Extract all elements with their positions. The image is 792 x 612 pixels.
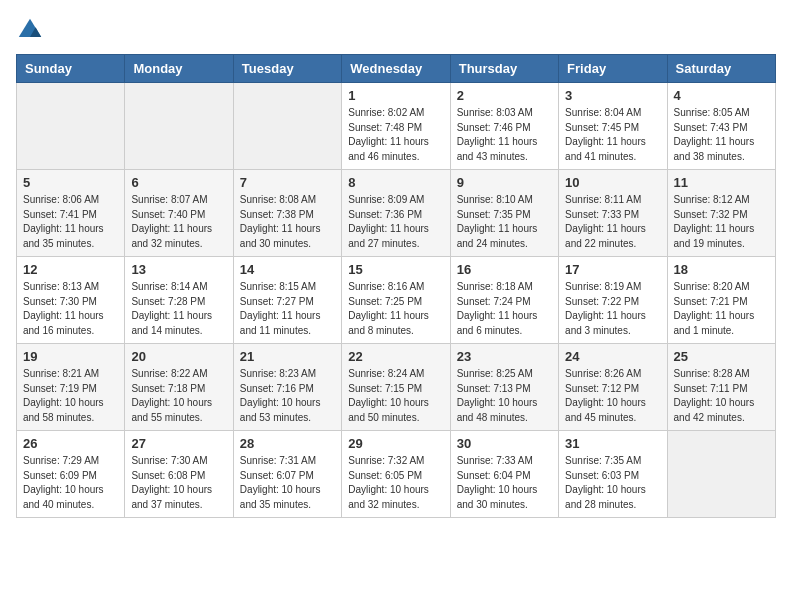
cell-content: Sunrise: 8:13 AM Sunset: 7:30 PM Dayligh…	[23, 280, 118, 338]
day-number: 23	[457, 349, 552, 364]
cell-content: Sunrise: 8:21 AM Sunset: 7:19 PM Dayligh…	[23, 367, 118, 425]
calendar-cell: 16Sunrise: 8:18 AM Sunset: 7:24 PM Dayli…	[450, 257, 558, 344]
day-number: 6	[131, 175, 226, 190]
calendar-cell: 18Sunrise: 8:20 AM Sunset: 7:21 PM Dayli…	[667, 257, 775, 344]
calendar-week-row: 19Sunrise: 8:21 AM Sunset: 7:19 PM Dayli…	[17, 344, 776, 431]
weekday-row: SundayMondayTuesdayWednesdayThursdayFrid…	[17, 55, 776, 83]
weekday-header: Monday	[125, 55, 233, 83]
day-number: 14	[240, 262, 335, 277]
calendar-week-row: 12Sunrise: 8:13 AM Sunset: 7:30 PM Dayli…	[17, 257, 776, 344]
calendar-cell: 7Sunrise: 8:08 AM Sunset: 7:38 PM Daylig…	[233, 170, 341, 257]
calendar-table: SundayMondayTuesdayWednesdayThursdayFrid…	[16, 54, 776, 518]
day-number: 8	[348, 175, 443, 190]
cell-content: Sunrise: 8:07 AM Sunset: 7:40 PM Dayligh…	[131, 193, 226, 251]
day-number: 29	[348, 436, 443, 451]
weekday-header: Thursday	[450, 55, 558, 83]
day-number: 19	[23, 349, 118, 364]
calendar-cell	[233, 83, 341, 170]
logo-icon	[16, 16, 44, 44]
cell-content: Sunrise: 8:14 AM Sunset: 7:28 PM Dayligh…	[131, 280, 226, 338]
logo	[16, 16, 48, 44]
day-number: 16	[457, 262, 552, 277]
cell-content: Sunrise: 8:10 AM Sunset: 7:35 PM Dayligh…	[457, 193, 552, 251]
cell-content: Sunrise: 8:15 AM Sunset: 7:27 PM Dayligh…	[240, 280, 335, 338]
cell-content: Sunrise: 8:28 AM Sunset: 7:11 PM Dayligh…	[674, 367, 769, 425]
day-number: 22	[348, 349, 443, 364]
calendar-cell: 31Sunrise: 7:35 AM Sunset: 6:03 PM Dayli…	[559, 431, 667, 518]
calendar-header: SundayMondayTuesdayWednesdayThursdayFrid…	[17, 55, 776, 83]
calendar-week-row: 26Sunrise: 7:29 AM Sunset: 6:09 PM Dayli…	[17, 431, 776, 518]
cell-content: Sunrise: 7:35 AM Sunset: 6:03 PM Dayligh…	[565, 454, 660, 512]
calendar-cell: 21Sunrise: 8:23 AM Sunset: 7:16 PM Dayli…	[233, 344, 341, 431]
calendar-week-row: 5Sunrise: 8:06 AM Sunset: 7:41 PM Daylig…	[17, 170, 776, 257]
cell-content: Sunrise: 8:24 AM Sunset: 7:15 PM Dayligh…	[348, 367, 443, 425]
cell-content: Sunrise: 8:26 AM Sunset: 7:12 PM Dayligh…	[565, 367, 660, 425]
day-number: 25	[674, 349, 769, 364]
weekday-header: Wednesday	[342, 55, 450, 83]
calendar-cell: 5Sunrise: 8:06 AM Sunset: 7:41 PM Daylig…	[17, 170, 125, 257]
cell-content: Sunrise: 8:22 AM Sunset: 7:18 PM Dayligh…	[131, 367, 226, 425]
calendar-cell: 9Sunrise: 8:10 AM Sunset: 7:35 PM Daylig…	[450, 170, 558, 257]
calendar-cell: 22Sunrise: 8:24 AM Sunset: 7:15 PM Dayli…	[342, 344, 450, 431]
calendar-cell	[17, 83, 125, 170]
calendar-cell: 28Sunrise: 7:31 AM Sunset: 6:07 PM Dayli…	[233, 431, 341, 518]
weekday-header: Sunday	[17, 55, 125, 83]
cell-content: Sunrise: 8:16 AM Sunset: 7:25 PM Dayligh…	[348, 280, 443, 338]
day-number: 15	[348, 262, 443, 277]
day-number: 13	[131, 262, 226, 277]
day-number: 11	[674, 175, 769, 190]
calendar-cell: 20Sunrise: 8:22 AM Sunset: 7:18 PM Dayli…	[125, 344, 233, 431]
cell-content: Sunrise: 8:02 AM Sunset: 7:48 PM Dayligh…	[348, 106, 443, 164]
calendar-cell: 27Sunrise: 7:30 AM Sunset: 6:08 PM Dayli…	[125, 431, 233, 518]
cell-content: Sunrise: 8:08 AM Sunset: 7:38 PM Dayligh…	[240, 193, 335, 251]
day-number: 10	[565, 175, 660, 190]
weekday-header: Tuesday	[233, 55, 341, 83]
weekday-header: Saturday	[667, 55, 775, 83]
calendar-cell: 12Sunrise: 8:13 AM Sunset: 7:30 PM Dayli…	[17, 257, 125, 344]
calendar-cell: 25Sunrise: 8:28 AM Sunset: 7:11 PM Dayli…	[667, 344, 775, 431]
day-number: 3	[565, 88, 660, 103]
calendar-cell	[667, 431, 775, 518]
cell-content: Sunrise: 8:09 AM Sunset: 7:36 PM Dayligh…	[348, 193, 443, 251]
day-number: 26	[23, 436, 118, 451]
day-number: 9	[457, 175, 552, 190]
day-number: 24	[565, 349, 660, 364]
calendar-body: 1Sunrise: 8:02 AM Sunset: 7:48 PM Daylig…	[17, 83, 776, 518]
day-number: 31	[565, 436, 660, 451]
cell-content: Sunrise: 7:30 AM Sunset: 6:08 PM Dayligh…	[131, 454, 226, 512]
cell-content: Sunrise: 7:32 AM Sunset: 6:05 PM Dayligh…	[348, 454, 443, 512]
day-number: 20	[131, 349, 226, 364]
calendar-cell: 8Sunrise: 8:09 AM Sunset: 7:36 PM Daylig…	[342, 170, 450, 257]
calendar-cell: 6Sunrise: 8:07 AM Sunset: 7:40 PM Daylig…	[125, 170, 233, 257]
calendar-cell: 23Sunrise: 8:25 AM Sunset: 7:13 PM Dayli…	[450, 344, 558, 431]
day-number: 12	[23, 262, 118, 277]
calendar-cell: 29Sunrise: 7:32 AM Sunset: 6:05 PM Dayli…	[342, 431, 450, 518]
calendar-cell: 15Sunrise: 8:16 AM Sunset: 7:25 PM Dayli…	[342, 257, 450, 344]
calendar-cell: 11Sunrise: 8:12 AM Sunset: 7:32 PM Dayli…	[667, 170, 775, 257]
cell-content: Sunrise: 8:12 AM Sunset: 7:32 PM Dayligh…	[674, 193, 769, 251]
day-number: 30	[457, 436, 552, 451]
cell-content: Sunrise: 7:29 AM Sunset: 6:09 PM Dayligh…	[23, 454, 118, 512]
day-number: 17	[565, 262, 660, 277]
cell-content: Sunrise: 8:05 AM Sunset: 7:43 PM Dayligh…	[674, 106, 769, 164]
calendar-cell: 30Sunrise: 7:33 AM Sunset: 6:04 PM Dayli…	[450, 431, 558, 518]
cell-content: Sunrise: 8:18 AM Sunset: 7:24 PM Dayligh…	[457, 280, 552, 338]
day-number: 18	[674, 262, 769, 277]
calendar-cell: 17Sunrise: 8:19 AM Sunset: 7:22 PM Dayli…	[559, 257, 667, 344]
page-header	[16, 16, 776, 44]
cell-content: Sunrise: 8:06 AM Sunset: 7:41 PM Dayligh…	[23, 193, 118, 251]
day-number: 5	[23, 175, 118, 190]
calendar-cell: 26Sunrise: 7:29 AM Sunset: 6:09 PM Dayli…	[17, 431, 125, 518]
cell-content: Sunrise: 8:04 AM Sunset: 7:45 PM Dayligh…	[565, 106, 660, 164]
calendar-cell: 4Sunrise: 8:05 AM Sunset: 7:43 PM Daylig…	[667, 83, 775, 170]
day-number: 2	[457, 88, 552, 103]
day-number: 21	[240, 349, 335, 364]
day-number: 28	[240, 436, 335, 451]
calendar-cell: 24Sunrise: 8:26 AM Sunset: 7:12 PM Dayli…	[559, 344, 667, 431]
calendar-cell: 3Sunrise: 8:04 AM Sunset: 7:45 PM Daylig…	[559, 83, 667, 170]
cell-content: Sunrise: 7:33 AM Sunset: 6:04 PM Dayligh…	[457, 454, 552, 512]
cell-content: Sunrise: 8:03 AM Sunset: 7:46 PM Dayligh…	[457, 106, 552, 164]
cell-content: Sunrise: 8:20 AM Sunset: 7:21 PM Dayligh…	[674, 280, 769, 338]
day-number: 1	[348, 88, 443, 103]
calendar-cell: 1Sunrise: 8:02 AM Sunset: 7:48 PM Daylig…	[342, 83, 450, 170]
